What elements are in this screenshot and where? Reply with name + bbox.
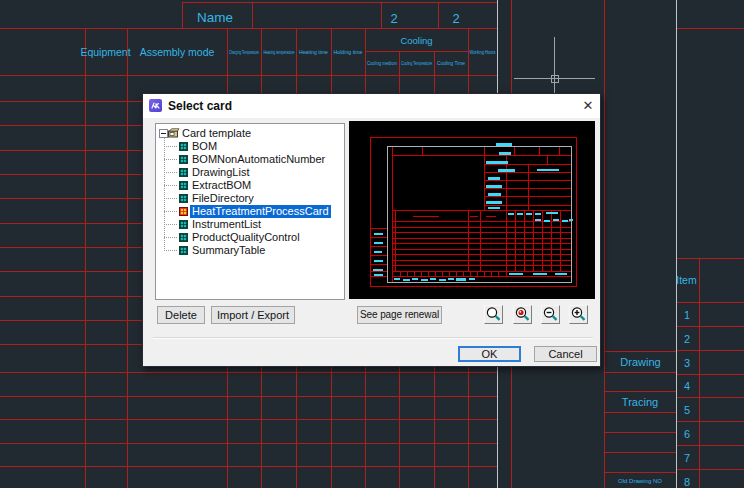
tree-connector-stub	[164, 198, 178, 199]
cell-charging-temperature: Charging Temperature	[229, 49, 259, 55]
card-table-icon	[179, 233, 188, 242]
card-table-icon	[179, 246, 188, 255]
tree-item-drawinglist[interactable]: DrawingList	[156, 166, 344, 179]
tree-item-label[interactable]: DrawingList	[192, 166, 249, 179]
cancel-button[interactable]: Cancel	[534, 346, 597, 362]
select-card-dialog: Select card ✕ Card template BOM B	[142, 93, 601, 367]
button-label: Cancel	[548, 348, 582, 360]
app-logo-glyph	[149, 99, 162, 112]
tree-connector-stub	[164, 172, 178, 173]
card-table-icon	[179, 155, 188, 164]
cell-drawing: Drawing	[620, 356, 660, 368]
tree-item-label[interactable]: InstrumentList	[192, 218, 261, 231]
tree-item-heattreatmentprocesscard[interactable]: HeatTreatmentProcessCard	[156, 205, 344, 218]
button-label: See page renewal	[360, 309, 439, 320]
item-number-2: 2	[684, 333, 690, 345]
dialog-title: Select card	[168, 99, 232, 113]
tree-item-productqualitycontrol[interactable]: ProductQualityControl	[156, 231, 344, 244]
cell-holding-time: Holding time	[334, 49, 363, 55]
tree-item-extractbom[interactable]: ExtractBOM	[156, 179, 344, 192]
dialog-separator	[153, 337, 593, 339]
card-template-icon	[167, 128, 180, 139]
item-number-8: 8	[684, 476, 690, 488]
item-number-6: 6	[684, 428, 690, 440]
tree-item-label-selected[interactable]: HeatTreatmentProcessCard	[190, 205, 331, 218]
card-table-icon-selected	[179, 207, 188, 216]
tree-connector-stub	[164, 224, 178, 225]
tree-connector-stub	[164, 211, 178, 212]
card-table-icon	[179, 168, 188, 177]
cell-cooling: Cooling	[400, 35, 432, 46]
card-table-icon	[179, 181, 188, 190]
cell-working-hours: Working Hours	[470, 49, 496, 55]
cell-cooling-temperature: Cooling Temperature	[401, 60, 432, 66]
button-label: Delete	[165, 309, 197, 321]
app-icon	[149, 99, 162, 112]
preview-inner-frame	[388, 147, 572, 283]
cell-heating-temperature: Heating temperature	[264, 49, 295, 55]
preview-tiny-red-text	[413, 216, 496, 218]
cell-assembly-mode: Assembly mode	[140, 46, 215, 58]
tree-item-filedirectory[interactable]: FileDirectory	[156, 192, 344, 205]
item-number-5: 5	[684, 404, 690, 416]
tree-item-bom[interactable]: BOM	[156, 140, 344, 153]
close-icon[interactable]: ✕	[576, 94, 600, 118]
delete-button[interactable]: Delete	[157, 306, 205, 324]
card-table-icon	[179, 194, 188, 203]
tree-item-label[interactable]: ProductQualityControl	[192, 231, 300, 244]
zoom-previous-button[interactable]	[513, 305, 532, 324]
crosshair-cursor	[514, 37, 595, 93]
tree-item-label[interactable]: SummaryTable	[192, 244, 265, 257]
cad-application-canvas: Name 2 2 Equipment Assembly mode Chargin…	[0, 0, 744, 488]
tree-root-row[interactable]: Card template	[156, 127, 344, 140]
zoom-previous-icon	[514, 306, 531, 323]
dialog-titlebar[interactable]: Select card ✕	[143, 94, 600, 118]
ok-button[interactable]: OK	[458, 346, 521, 362]
cell-cooling-medium: Cooling medium	[367, 60, 397, 66]
zoom-in-button[interactable]	[569, 305, 588, 324]
tree-item-label[interactable]: ExtractBOM	[192, 179, 251, 192]
card-table-icon	[179, 142, 188, 151]
tree-connector-stub	[164, 159, 178, 160]
zoom-out-button[interactable]	[541, 305, 560, 324]
card-preview-panel	[349, 121, 595, 299]
button-label: Import / Export	[217, 309, 289, 321]
cell-heating-time: Heating time	[299, 49, 328, 55]
zoom-dynamic-button[interactable]	[484, 305, 503, 324]
item-number-3: 3	[684, 357, 690, 369]
tree-connector-stub	[164, 250, 178, 251]
tree-root-label[interactable]: Card template	[182, 127, 251, 140]
zoom-dynamic-icon	[485, 306, 502, 323]
card-template-tree[interactable]: Card template BOM BOMNonAutomaticNumber …	[155, 123, 345, 300]
preview-red-lines	[371, 138, 577, 287]
tree-connector-stub	[164, 185, 178, 186]
card-preview-drawing	[349, 121, 595, 299]
item-number-4: 4	[684, 380, 690, 392]
cell-name: Name	[197, 10, 233, 25]
see-page-renewal-button[interactable]: See page renewal	[357, 306, 442, 324]
tree-item-bomnonautomaticnumber[interactable]: BOMNonAutomaticNumber	[156, 153, 344, 166]
cell-value-1: 2	[390, 11, 397, 26]
cell-value-2: 2	[452, 11, 459, 26]
tree-connector-stub	[164, 146, 178, 147]
tree-item-label[interactable]: FileDirectory	[192, 192, 254, 205]
cell-equipment: Equipment	[80, 46, 130, 58]
import-export-button[interactable]: Import / Export	[211, 306, 295, 324]
item-number-7: 7	[684, 452, 690, 464]
zoom-out-icon	[542, 306, 559, 323]
item-number-1: 1	[684, 309, 690, 321]
cell-item: Item	[676, 274, 697, 286]
button-label: OK	[482, 348, 498, 360]
tree-item-label[interactable]: BOMNonAutomaticNumber	[192, 153, 325, 166]
tree-item-summarytable[interactable]: SummaryTable	[156, 244, 344, 257]
cell-old-drawing-no: Old Drawing NO	[618, 478, 662, 484]
zoom-in-icon	[570, 306, 587, 323]
card-table-icon	[179, 220, 188, 229]
cell-cooling-time: Cooling Time	[437, 60, 465, 66]
tree-item-label[interactable]: BOM	[192, 140, 217, 153]
cell-tracing: Tracing	[622, 396, 658, 408]
tree-item-instrumentlist[interactable]: InstrumentList	[156, 218, 344, 231]
tree-connector-stub	[164, 237, 178, 238]
